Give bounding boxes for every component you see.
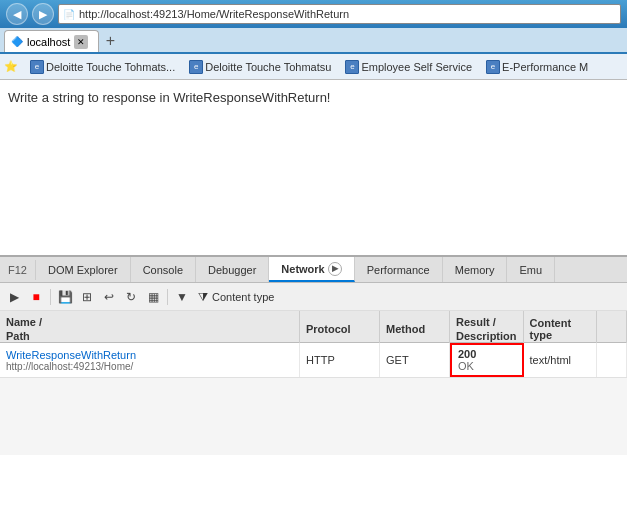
bookmark-favicon-1: e (30, 60, 44, 74)
tab-performance[interactable]: Performance (355, 257, 443, 282)
tab-memory[interactable]: Memory (443, 257, 508, 282)
bookmarks-icon: ⭐ (4, 60, 18, 73)
page-text: Write a string to response in WriteRespo… (8, 90, 619, 105)
tab-label: localhost (27, 36, 70, 48)
tab-close-button[interactable]: ✕ (74, 35, 88, 49)
tab-favicon: 🔷 (11, 36, 23, 47)
back-button[interactable]: ◀ (6, 3, 28, 25)
cell-extra (597, 343, 627, 377)
bookmark-favicon-3: e (345, 60, 359, 74)
cell-result: 200 OK (450, 343, 524, 377)
filter-funnel-icon: ⧩ (198, 290, 208, 304)
tab-console[interactable]: Console (131, 257, 196, 282)
bookmark-label-2: Deloitte Touche Tohmatsu (205, 61, 331, 73)
devtools-toolbar: ▶ ■ 💾 ⊞ ↩ ↻ ▦ ▼ ⧩ Content type (0, 283, 627, 311)
play-button[interactable]: ▶ (4, 287, 24, 307)
tab-debugger[interactable]: Debugger (196, 257, 269, 282)
toolbar-sep-2 (167, 289, 168, 305)
tab-network[interactable]: Network ▶ (269, 257, 354, 282)
browser-titlebar: ◀ ▶ 📄 http://localhost:49213/Home/WriteR… (0, 0, 627, 28)
bookmarks-bar: ⭐ e Deloitte Touche Tohmats... e Deloitt… (0, 54, 627, 80)
bookmark-item-1[interactable]: e Deloitte Touche Tohmats... (24, 58, 181, 76)
cell-result-code: 200 (458, 348, 476, 360)
browser-tabs-bar: 🔷 localhost ✕ + (0, 28, 627, 54)
forward-button[interactable]: ▶ (32, 3, 54, 25)
bookmark-item-2[interactable]: e Deloitte Touche Tohmatsu (183, 58, 337, 76)
new-tab-button[interactable]: + (99, 30, 121, 52)
cell-url: WriteResponseWithReturn (6, 349, 136, 361)
layout-button[interactable]: ▦ (143, 287, 163, 307)
address-bar[interactable]: 📄 http://localhost:49213/Home/WriteRespo… (58, 4, 621, 24)
back-nav-button[interactable]: ↩ (99, 287, 119, 307)
bookmark-item-3[interactable]: e Employee Self Service (339, 58, 478, 76)
network-record-icon: ▶ (328, 262, 342, 276)
tab-dom-explorer[interactable]: DOM Explorer (36, 257, 131, 282)
toolbar-sep-1 (50, 289, 51, 305)
tab-emulation[interactable]: Emu (507, 257, 555, 282)
devtools-panel: F12 DOM Explorer Console Debugger Networ… (0, 255, 627, 455)
cell-result-desc: OK (458, 360, 474, 372)
grid-button[interactable]: ⊞ (77, 287, 97, 307)
table-header: Name / Path Protocol Method Result / Des… (0, 311, 627, 343)
bookmark-label-3: Employee Self Service (361, 61, 472, 73)
cell-name-path: WriteResponseWithReturn http://localhost… (0, 343, 300, 377)
cell-protocol: HTTP (300, 343, 380, 377)
bookmark-label-1: Deloitte Touche Tohmats... (46, 61, 175, 73)
cell-content-type: text/html (524, 343, 598, 377)
network-table: Name / Path Protocol Method Result / Des… (0, 311, 627, 455)
table-row[interactable]: WriteResponseWithReturn http://localhost… (0, 343, 627, 378)
save-button[interactable]: 💾 (55, 287, 75, 307)
network-tab-inner: Network ▶ (281, 262, 341, 276)
table-body: WriteResponseWithReturn http://localhost… (0, 343, 627, 455)
content-type-filter: ⧩ Content type (198, 290, 274, 304)
page-content: Write a string to response in WriteRespo… (0, 80, 627, 255)
filter-icon[interactable]: ▼ (172, 287, 192, 307)
bookmark-favicon-2: e (189, 60, 203, 74)
active-tab[interactable]: 🔷 localhost ✕ (4, 30, 99, 52)
cell-path: http://localhost:49213/Home/ (6, 361, 133, 372)
cell-method: GET (380, 343, 450, 377)
refresh-button[interactable]: ↻ (121, 287, 141, 307)
stop-button[interactable]: ■ (26, 287, 46, 307)
bookmark-label-4: E-Performance M (502, 61, 588, 73)
f12-label: F12 (0, 260, 36, 280)
bookmark-favicon-4: e (486, 60, 500, 74)
devtools-tabs-bar: F12 DOM Explorer Console Debugger Networ… (0, 257, 627, 283)
bookmark-item-4[interactable]: e E-Performance M (480, 58, 594, 76)
content-type-filter-label: Content type (212, 291, 274, 303)
address-text: http://localhost:49213/Home/WriteRespons… (79, 8, 616, 20)
address-icon: 📄 (63, 9, 75, 20)
